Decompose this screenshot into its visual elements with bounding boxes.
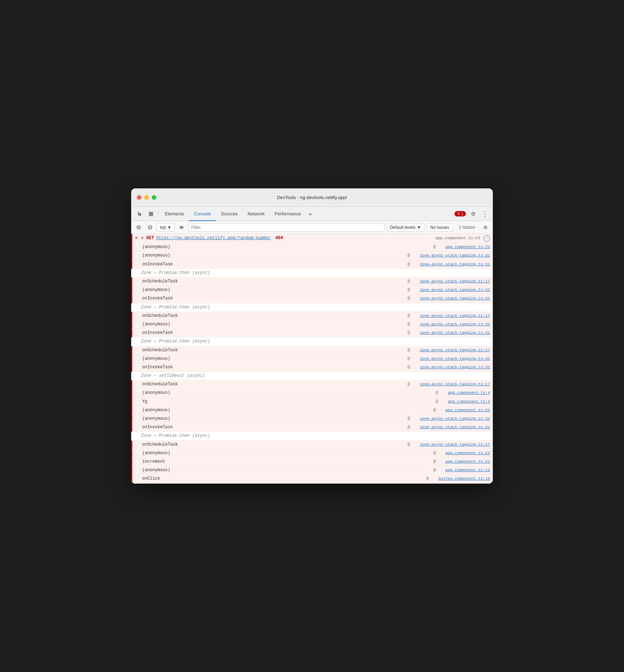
svg-rect-0 — [149, 212, 151, 214]
source-link[interactable]: zone-async-stack-tagging.ts:17 — [413, 382, 490, 386]
source-link[interactable]: zone-async-stack-tagging.ts:31 — [413, 262, 490, 266]
console-row: Zone — Promise.then (async) — [131, 269, 493, 277]
source-link[interactable]: app.component.ts:4 — [441, 391, 490, 395]
levels-selector[interactable]: Default levels ▼ — [387, 223, 424, 232]
tab-separator — [158, 210, 158, 217]
devtools-tab-bar: Elements Console Sources Network Perform… — [131, 207, 493, 221]
function-name: (anonymous) — [142, 356, 170, 362]
error-count-badge[interactable]: ✕ 1 — [455, 211, 466, 216]
source-link[interactable]: zone-async-stack-tagging.ts:31 — [413, 425, 490, 429]
source-link[interactable]: zone-async-stack-tagging.ts:31 — [413, 331, 490, 335]
at-sign: @ — [436, 399, 441, 404]
function-name: onScheduleTask — [142, 278, 178, 285]
function-name: (anonymous) — [142, 287, 170, 293]
at-sign: @ — [433, 244, 438, 249]
settings-button[interactable]: ⚙ — [468, 209, 478, 219]
source-link[interactable]: app.component.ts:4 — [441, 400, 490, 404]
source-link[interactable]: zone-async-stack-tagging.ts:17 — [413, 314, 490, 318]
console-row: (anonymous) @ zone-async-stack-tagging.t… — [131, 320, 493, 329]
clear-console-button[interactable] — [134, 223, 143, 232]
console-row: onClick @ button.component.ts:18 — [131, 475, 493, 483]
function-name: onScheduleTask — [142, 381, 178, 388]
function-name: (anonymous) — [142, 450, 170, 457]
tab-performance[interactable]: Performance — [269, 207, 306, 221]
source-link[interactable]: zone-async-stack-tagging.ts:31 — [413, 296, 490, 301]
close-button[interactable] — [137, 195, 141, 200]
function-name: onInvokeTask — [142, 330, 173, 336]
minimize-button[interactable] — [144, 195, 149, 200]
console-row: (anonymous) @ app.component.ts:23 — [131, 243, 493, 252]
maximize-button[interactable] — [152, 195, 156, 200]
at-sign: @ — [433, 459, 438, 464]
console-row: (anonymous) @ app.component.ts:22 — [131, 406, 493, 415]
devtools-window: DevTools - ng-devtools.netlify.app/ Elem… — [131, 188, 493, 483]
cursor-icon[interactable] — [134, 208, 145, 220]
network-icon[interactable]: ↑ — [484, 235, 490, 242]
source-link[interactable]: zone-async-stack-tagging.ts:17 — [413, 279, 490, 283]
title-bar: DevTools - ng-devtools.netlify.app/ — [131, 188, 493, 207]
source-link[interactable]: zone-async-stack-tagging.ts:17 — [413, 348, 490, 352]
at-sign: @ — [408, 382, 413, 387]
tab-elements[interactable]: Elements — [160, 207, 189, 221]
async-label: Zone — Promise.then (async) — [141, 433, 210, 439]
inspect-icon[interactable] — [145, 208, 157, 220]
tab-network[interactable]: Network — [243, 207, 270, 221]
source-link[interactable]: button.component.ts:18 — [431, 477, 490, 481]
console-row: onInvokeTask @ zone-async-stack-tagging.… — [131, 423, 493, 432]
source-link[interactable]: app.component.ts:23 — [439, 245, 490, 249]
at-sign: @ — [408, 253, 413, 258]
at-sign: @ — [433, 451, 438, 456]
svg-rect-3 — [151, 214, 153, 216]
tab-right-actions: ✕ 1 ⚙ ⋮ — [455, 209, 490, 219]
console-row: (anonymous) @ zone-async-stack-tagging.t… — [131, 286, 493, 294]
at-sign: @ — [408, 262, 413, 267]
window-title: DevTools - ng-devtools.netlify.app/ — [277, 195, 347, 200]
at-sign: @ — [408, 313, 413, 318]
source-link[interactable]: app.component.ts:21 — [439, 459, 490, 464]
tab-sources[interactable]: Sources — [216, 207, 243, 221]
context-selector[interactable]: top ▼ — [157, 223, 175, 232]
svg-rect-1 — [151, 212, 153, 214]
source-link[interactable]: zone-async-stack-tagging.ts:17 — [413, 442, 490, 447]
source-link[interactable]: zone-async-stack-tagging.ts:32 — [413, 357, 490, 361]
more-tabs-button[interactable]: » — [306, 207, 315, 221]
console-row: onInvokeTask @ zone-async-stack-tagging.… — [131, 329, 493, 337]
source-link[interactable]: zone-async-stack-tagging.ts:32 — [413, 417, 490, 421]
issues-button[interactable]: No Issues — [427, 223, 453, 232]
source-link[interactable]: app.component.ts:22 — [439, 451, 490, 455]
svg-line-5 — [138, 226, 140, 228]
console-row: (anonymous) @ app.component.ts:4 — [131, 389, 493, 397]
source-link[interactable]: app.component.ts:13 — [439, 468, 490, 472]
at-sign: @ — [408, 348, 413, 353]
function-name: (anonymous) — [142, 415, 170, 422]
function-name: onInvokeTask — [142, 424, 173, 431]
console-row: onScheduleTask @ zone-async-stack-taggin… — [131, 441, 493, 449]
source-link[interactable]: zone-async-stack-tagging.ts:32 — [413, 322, 490, 326]
function-name: onScheduleTask — [142, 313, 178, 319]
console-row: Zone — Promise.then (async) — [131, 432, 493, 440]
eye-icon[interactable] — [177, 223, 186, 232]
console-row: onScheduleTask @ zone-async-stack-taggin… — [131, 312, 493, 320]
source-link[interactable]: zone-async-stack-tagging.ts:32 — [413, 253, 490, 258]
at-sign: @ — [408, 442, 413, 447]
console-row: Zone — setTimeout (async) — [131, 372, 493, 380]
preserve-log-button[interactable] — [145, 223, 155, 232]
console-settings-button[interactable]: ⚙ — [481, 223, 490, 232]
error-url[interactable]: https://ng-devtools.netlify.app/random-n… — [156, 235, 271, 242]
console-row: onScheduleTask @ zone-async-stack-taggin… — [131, 346, 493, 355]
function-name: (anonymous) — [142, 321, 170, 328]
source-location[interactable]: app.component.ts:23 — [429, 235, 480, 242]
more-options-button[interactable]: ⋮ — [480, 209, 490, 219]
source-link[interactable]: zone-async-stack-tagging.ts:31 — [413, 365, 490, 369]
function-name: onClick — [142, 475, 160, 482]
filter-input[interactable] — [188, 223, 385, 232]
function-name: increment — [142, 458, 165, 465]
source-link[interactable]: zone-async-stack-tagging.ts:32 — [413, 288, 490, 292]
console-row: (anonymous) @ app.component.ts:13 — [131, 466, 493, 475]
tab-console[interactable]: Console — [189, 207, 216, 221]
source-link[interactable]: app.component.ts:22 — [439, 408, 490, 412]
at-sign: @ — [426, 476, 431, 481]
console-row: (anonymous) @ zone-async-stack-tagging.t… — [131, 415, 493, 423]
at-sign: @ — [408, 425, 413, 430]
console-row: onInvokeTask @ zone-async-stack-tagging.… — [131, 363, 493, 372]
